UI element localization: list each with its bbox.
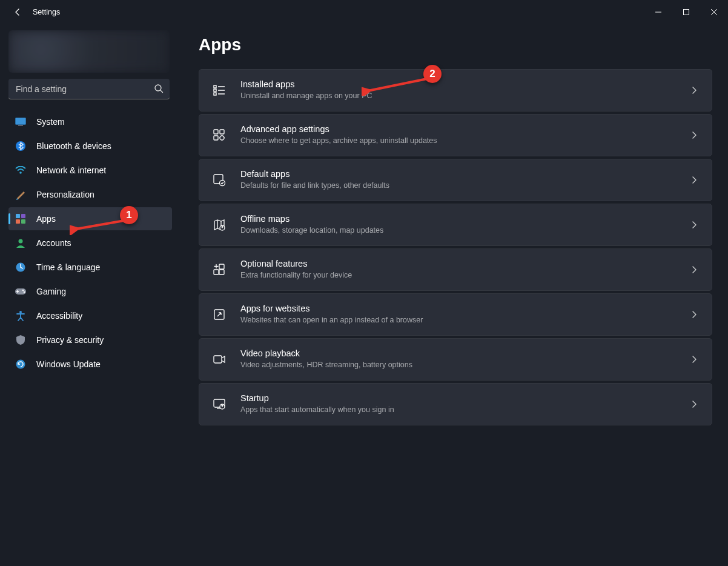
card-offline-maps[interactable]: Offline maps Downloads, storage location… [199, 204, 712, 246]
svg-point-5 [19, 171, 22, 174]
sidebar-item-label: Windows Update [36, 359, 101, 369]
card-subtitle: Extra functionality for your device [240, 270, 690, 281]
card-subtitle: Video adjustments, HDR streaming, batter… [240, 360, 690, 370]
startup-icon [211, 396, 227, 412]
chevron-right-icon [690, 131, 698, 139]
apps-icon [15, 213, 27, 225]
sidebar-item-accounts[interactable]: Accounts [8, 231, 172, 255]
svg-rect-28 [214, 270, 219, 275]
sidebar-item-accessibility[interactable]: Accessibility [8, 304, 172, 327]
card-title: Offline maps [240, 214, 690, 224]
sidebar-item-system[interactable]: System [8, 110, 172, 133]
close-icon [711, 9, 717, 15]
sidebar-item-label: Bluetooth & devices [36, 141, 111, 151]
titlebar: Settings [0, 0, 728, 24]
svg-rect-9 [21, 219, 25, 224]
arrow-left-icon [13, 7, 22, 17]
chevron-right-icon [690, 310, 698, 319]
svg-rect-6 [16, 214, 20, 218]
sidebar-item-label: Accessibility [36, 311, 82, 321]
card-text: Startup Apps that start automatically wh… [240, 393, 690, 415]
chevron-right-icon [690, 221, 698, 229]
sidebar-item-label: Gaming [36, 287, 66, 296]
card-subtitle: Uninstall and manage apps on your PC [240, 91, 690, 101]
sidebar-item-bluetooth[interactable]: Bluetooth & devices [8, 135, 172, 158]
card-title: Advanced app settings [240, 124, 690, 135]
close-button[interactable] [700, 2, 728, 22]
sidebar-item-label: Time & language [36, 262, 100, 272]
card-installed-apps[interactable]: Installed apps Uninstall and manage apps… [199, 69, 712, 112]
svg-point-23 [220, 136, 224, 140]
back-button[interactable] [8, 7, 27, 17]
apps-websites-icon [211, 307, 227, 322]
svg-point-16 [16, 360, 25, 369]
sidebar-item-network[interactable]: Network & internet [8, 159, 172, 182]
sidebar-item-privacy[interactable]: Privacy & security [8, 328, 172, 351]
page-title: Apps [199, 35, 712, 55]
sidebar-item-windows-update[interactable]: Windows Update [8, 353, 172, 376]
svg-point-10 [19, 239, 23, 244]
svg-rect-19 [214, 93, 216, 95]
card-title: Startup [240, 393, 690, 404]
chevron-right-icon [690, 400, 698, 408]
maximize-button[interactable] [672, 2, 700, 22]
svg-rect-18 [214, 89, 216, 92]
system-icon [15, 116, 27, 128]
card-text: Optional features Extra functionality fo… [240, 259, 690, 281]
window-controls [644, 2, 728, 22]
optional-features-icon [211, 262, 227, 278]
card-text: Installed apps Uninstall and manage apps… [240, 79, 690, 101]
svg-rect-27 [219, 264, 224, 269]
svg-rect-2 [16, 118, 26, 125]
bluetooth-icon [15, 140, 27, 152]
chevron-right-icon [690, 176, 698, 184]
card-apps-for-websites[interactable]: Apps for websites Websites that can open… [199, 293, 712, 336]
svg-rect-22 [214, 136, 218, 140]
card-startup[interactable]: Startup Apps that start automatically wh… [199, 383, 712, 425]
svg-point-1 [155, 85, 161, 91]
window-title: Settings [33, 8, 60, 16]
card-text: Video playback Video adjustments, HDR st… [240, 348, 690, 370]
account-blur [8, 30, 170, 73]
sidebar-item-label: Accounts [36, 238, 71, 248]
card-text: Offline maps Downloads, storage location… [240, 214, 690, 236]
paintbrush-icon [15, 188, 27, 201]
svg-rect-31 [214, 356, 222, 363]
svg-rect-17 [214, 85, 216, 88]
search-input[interactable] [8, 79, 170, 99]
advanced-settings-icon [211, 127, 227, 143]
map-icon [211, 217, 227, 233]
minimize-button[interactable] [644, 2, 672, 22]
search-icon [154, 84, 164, 93]
card-video-playback[interactable]: Video playback Video adjustments, HDR st… [199, 338, 712, 381]
account-icon [15, 237, 27, 249]
minimize-icon [655, 9, 661, 15]
card-default-apps[interactable]: Default apps Defaults for file and link … [199, 159, 712, 201]
card-text: Apps for websites Websites that can open… [240, 304, 690, 325]
svg-point-14 [24, 291, 25, 293]
wifi-icon [15, 164, 27, 176]
svg-point-15 [19, 311, 22, 313]
svg-rect-0 [684, 10, 689, 15]
card-title: Apps for websites [240, 304, 690, 314]
sidebar-item-label: System [36, 117, 65, 127]
card-title: Video playback [240, 348, 690, 359]
svg-point-13 [22, 290, 24, 291]
gaming-icon [15, 285, 27, 298]
update-icon [15, 358, 27, 370]
nav: System Bluetooth & devices Network & int… [0, 110, 176, 376]
card-optional-features[interactable]: Optional features Extra functionality fo… [199, 248, 712, 291]
installed-apps-icon [211, 82, 227, 98]
chevron-right-icon [690, 265, 698, 274]
sidebar-item-apps[interactable]: Apps [8, 207, 172, 230]
sidebar: System Bluetooth & devices Network & int… [0, 24, 182, 566]
account-block[interactable] [8, 30, 170, 73]
sidebar-item-label: Apps [36, 214, 56, 224]
card-subtitle: Downloads, storage location, map updates [240, 225, 690, 236]
card-subtitle: Choose where to get apps, archive apps, … [240, 136, 690, 146]
sidebar-item-personalization[interactable]: Personalization [8, 183, 172, 206]
card-advanced-app-settings[interactable]: Advanced app settings Choose where to ge… [199, 114, 712, 156]
sidebar-item-time-language[interactable]: Time & language [8, 256, 172, 279]
sidebar-item-gaming[interactable]: Gaming [8, 280, 172, 303]
default-apps-icon [211, 172, 227, 188]
